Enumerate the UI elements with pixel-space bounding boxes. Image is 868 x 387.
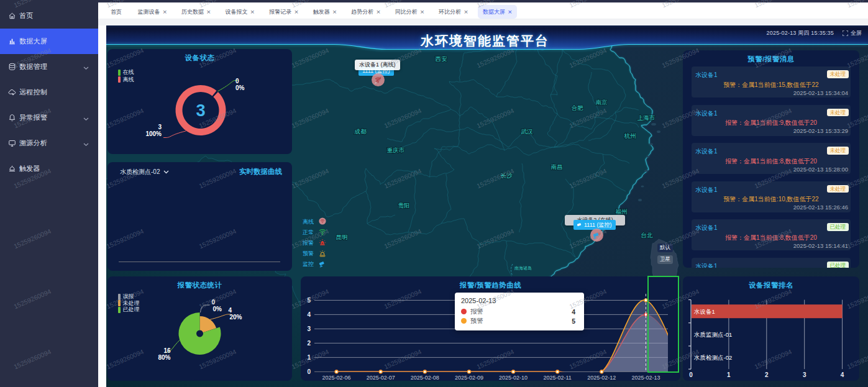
chart-label: 2025-02-08 (411, 375, 439, 381)
chart-shape (600, 370, 603, 373)
dashboard-inner: 西安成都重庆市武汉合肥南京上海市杭州南昌长沙贵阳昆明福州台北 (106, 25, 868, 387)
tab-close-icon[interactable]: × (206, 9, 211, 15)
map-marker1-offline[interactable] (372, 73, 385, 86)
alarm-messages-clip: 水设备1未处理预警：金属1当前值:15,数值低于222025-02-13 15:… (683, 50, 859, 268)
tab-close-icon[interactable]: × (250, 9, 255, 15)
tab-label: 趋势分析 (351, 8, 373, 16)
tab-close-icon[interactable]: × (464, 9, 468, 15)
topbar-sub-strip (98, 19, 868, 25)
tab-触发器[interactable]: 触发器× (308, 5, 342, 19)
tab-label: 首页 (111, 8, 122, 16)
tab-首页[interactable]: 首页 (104, 5, 128, 19)
chart-label: 0 (307, 368, 311, 375)
chart-label: 1 (727, 371, 731, 378)
sidebar-item-3[interactable]: 数据管理 (0, 54, 98, 80)
chart-label: 4 (229, 307, 232, 314)
map-type-default-button[interactable]: 默认 (657, 244, 673, 252)
sidebar-item-7[interactable]: 触发器 (0, 156, 98, 181)
alarm-message-card[interactable]: 水设备1未处理报警：金属1当前值:9,数值低于202025-02-13 15:3… (692, 105, 851, 136)
chart-label: 0 (212, 299, 216, 306)
sidebar-item-6[interactable]: 溯源分析 (0, 130, 98, 156)
svg-text:福州: 福州 (616, 208, 628, 215)
chart-label: 4 (841, 371, 844, 378)
chart-label: 0% (235, 84, 245, 91)
camera-mini-icon (577, 222, 582, 227)
chart-label: 3 (803, 371, 806, 378)
map-legend-label: 预警 (303, 250, 319, 258)
tab-环比分析[interactable]: 环比分析× (434, 5, 473, 19)
tab-同比分析[interactable]: 同比分析× (390, 5, 429, 19)
sidebar-item-1[interactable]: 首页 (0, 3, 98, 29)
tabs-bar: 首页监测设备×历史数据×设备报文×报警记录×触发器×趋势分析×同比分析×环比分析… (98, 0, 868, 25)
app-root: 首页数据大屏数据管理远程控制异常报警溯源分析触发器 首页监测设备×历史数据×设备… (0, 0, 868, 387)
panel-alarm-messages: 水设备1未处理预警：金属1当前值:15,数值低于222025-02-13 15:… (683, 50, 859, 268)
chart-shape (468, 370, 471, 373)
alarm-message-card[interactable]: 水设备1已处理报警：金属1当前值:8,数值低于202025-02-13 15:1… (692, 219, 851, 250)
alarm-message-card[interactable]: 水设备1已处理 (692, 258, 851, 268)
tab-close-icon[interactable]: × (376, 9, 381, 15)
trend-tooltip: 2025-02-13 报警4预警5 (455, 293, 584, 330)
tab-设备报文[interactable]: 设备报文× (221, 5, 260, 19)
map-marker1-tooltip-label: 水设备1 (离线) (359, 61, 396, 68)
sidebar-item-label: 溯源分析 (19, 139, 47, 148)
tabs-row: 首页监测设备×历史数据×设备报文×报警记录×触发器×趋势分析×同比分析×环比分析… (98, 2, 868, 19)
wifi-off-icon (374, 76, 382, 84)
alarm-message-card[interactable]: 水设备1未处理预警：金属1当前值:15,数值低于222025-02-13 15:… (692, 66, 851, 98)
svg-text:长沙: 长沙 (501, 172, 513, 179)
chart-label: 2025-02-13 (631, 375, 660, 381)
ranking-bar-chart[interactable]: 水设备1水质监测点-01水质检测点-0201234 (683, 276, 859, 381)
tab-label: 报警记录 (269, 8, 291, 16)
chart-shape (335, 370, 338, 373)
map-marker2-tag-label: 1111 (监控) (584, 221, 612, 229)
tab-close-icon[interactable]: × (420, 9, 425, 15)
map-legend-label: 正常 (303, 229, 319, 237)
tab-数据大屏[interactable]: 数据大屏× (478, 5, 517, 19)
tab-监测设备[interactable]: 监测设备× (133, 5, 172, 19)
realtime-point-select[interactable]: 水质检测点-02 (120, 168, 169, 176)
tab-趋势分析[interactable]: 趋势分析× (347, 5, 386, 19)
map-marker1-tooltip: 水设备1 (离线) (355, 60, 400, 70)
tab-close-icon[interactable]: × (294, 9, 299, 15)
tab-历史数据[interactable]: 历史数据× (177, 5, 216, 19)
alarm-message-text: 预警：金属1当前值:15,数值低于22 (692, 81, 851, 89)
screen-header-right: 2025-02-13 周四 15:35:35 全屏 (767, 29, 862, 37)
tab-报警记录[interactable]: 报警记录× (265, 5, 304, 19)
alarm-message-card[interactable]: 水设备1未处理报警：金属1当前值:8,数值低于202025-02-13 15:2… (692, 143, 851, 174)
map-legend-camera: 监控 (303, 259, 326, 270)
brush-selection-rect[interactable] (647, 276, 679, 373)
map-legend-siren-red: 报警 (303, 237, 326, 248)
chart-label: 3 (196, 101, 205, 120)
chart-shape (210, 314, 231, 319)
bell-icon (8, 114, 16, 122)
chart-shape (201, 305, 210, 312)
panel-realtime-title: 实时数据曲线 (239, 167, 282, 176)
sidebar-item-label: 数据大屏 (19, 37, 47, 46)
map-marker2-camera[interactable] (590, 229, 603, 242)
sidebar-item-5[interactable]: 异常报警 (0, 105, 98, 130)
map-legend-label: 离线 (303, 218, 319, 226)
camera-icon (319, 259, 326, 270)
tab-label: 设备报文 (226, 8, 248, 16)
sidebar-item-4[interactable]: 远程控制 (0, 80, 98, 105)
alarm-message-status-badge: 未处理 (827, 109, 849, 117)
tab-close-icon[interactable]: × (508, 9, 513, 15)
svg-text:南昌: 南昌 (551, 163, 563, 170)
tab-close-icon[interactable]: × (163, 9, 168, 15)
map-legend-wifi: 正常 (303, 227, 326, 238)
map-type-satellite-button[interactable]: 卫星 (657, 255, 673, 264)
sidebar-item-2[interactable]: 数据大屏 (0, 29, 98, 54)
chart-label: 水质检测点-02 (693, 354, 732, 361)
fullscreen-button[interactable]: 全屏 (843, 29, 862, 37)
alarm-stat-pie-chart[interactable]: 00%420%1680% (107, 276, 292, 381)
panel-alarm-messages-title: 预警/报警消息 (683, 55, 859, 64)
alarm-message-card[interactable]: 水设备1未处理预警：金属1当前值:10,数值低于222025-02-13 15:… (692, 181, 851, 212)
chart-shape (179, 312, 221, 355)
home-icon (8, 12, 16, 20)
device-status-donut-chart[interactable]: 300%3100% (107, 49, 292, 154)
chart-label: 2025-02-12 (587, 375, 616, 381)
panel-realtime-curve: 水质检测点-02 实时数据曲线 (107, 162, 292, 271)
map-legend-label: 监控 (303, 260, 319, 268)
sidebar-item-label: 远程控制 (19, 88, 47, 97)
map-inset-label: 南海诸岛 (514, 265, 532, 271)
tab-close-icon[interactable]: × (332, 9, 337, 15)
